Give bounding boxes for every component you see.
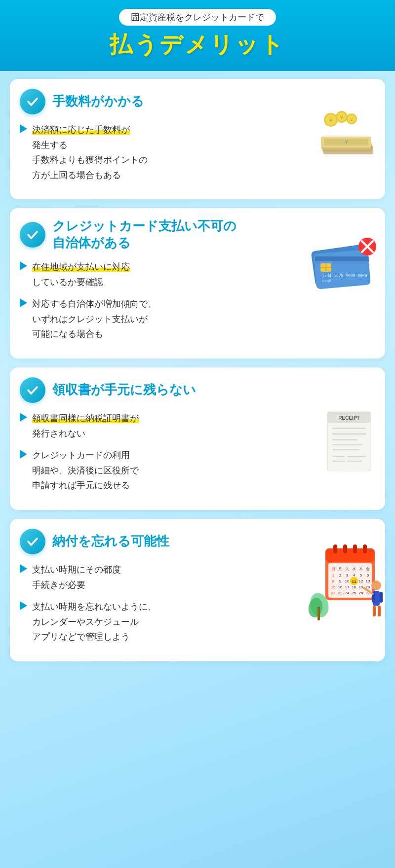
svg-rect-44: [333, 544, 337, 553]
svg-text:4: 4: [353, 573, 356, 578]
header-subtitle: 固定資産税をクレジットカードで: [119, 9, 276, 26]
bullet-nocard-1-text: 在住地域が支払いに対応 しているか要確認: [32, 259, 299, 289]
bullet-nocard-2: 対応する自治体が増加傾向で、 いずれはクレジット支払いが 可能になる場合も: [20, 296, 299, 342]
svg-text:¥: ¥: [329, 117, 333, 123]
svg-rect-20: [315, 256, 369, 261]
bullet-receipt-2-text: クレジットカードの利用 明細や、決済後に区役所で 申請すれば手元に残せる: [32, 448, 311, 493]
svg-text:水: 水: [352, 567, 356, 571]
svg-text:25: 25: [352, 591, 356, 595]
money-illustration: ￥ ¥ ¥ ¥: [316, 106, 379, 165]
svg-text:金: 金: [366, 567, 370, 571]
section-header-receipt: 領収書が手元に残らない: [20, 377, 375, 403]
svg-text:16: 16: [338, 585, 343, 589]
svg-rect-47: [363, 544, 367, 553]
svg-point-80: [371, 580, 381, 590]
page-header: 固定資産税をクレジットカードで 払うデメリット: [0, 0, 395, 71]
bullet-receipt-1: 領収書同様に納税証明書が 発行されない: [20, 411, 311, 441]
svg-text:BANK: BANK: [322, 279, 331, 283]
bullet-receipt-2: クレジットカードの利用 明細や、決済後に区役所で 申請すれば手元に残せる: [20, 448, 311, 493]
section-title-no-card: クレジットカード支払い不可の自治体がある: [52, 218, 237, 252]
bullet-forget-1-text: 支払い時期にその都度 手続きが必要: [32, 562, 291, 592]
bullet-fees-1: 決済額に応じた手数料が 発生する 手数料よりも獲得ポイントの 方が上回る場合もあ…: [20, 122, 304, 182]
bullet-arrow-icon-5: [20, 450, 27, 459]
svg-rect-85: [378, 606, 381, 616]
bullet-receipt-1-text: 領収書同様に納税証明書が 発行されない: [32, 411, 311, 441]
svg-text:日: 日: [331, 567, 335, 571]
svg-rect-41: [317, 607, 320, 620]
bullet-forget-1: 支払い時期にその都度 手続きが必要: [20, 562, 291, 592]
svg-rect-43: [325, 548, 375, 562]
svg-text:1: 1: [332, 573, 335, 578]
svg-text:8: 8: [332, 579, 335, 583]
check-icon-forget: [20, 529, 45, 554]
svg-text:￥: ￥: [344, 140, 349, 145]
bullet-nocard-2-text: 対応する自治体が増加傾向で、 いずれはクレジット支払いが 可能になる場合も: [32, 296, 299, 342]
check-icon-receipt: [20, 377, 45, 403]
svg-rect-45: [343, 544, 347, 553]
svg-text:2: 2: [339, 573, 342, 578]
svg-text:24: 24: [345, 591, 350, 595]
section-fees: 手数料がかかる 決済額に応じた手数料が 発生する 手数料よりも獲得ポイントの 方…: [10, 79, 385, 199]
bullet-nocard-1: 在住地域が支払いに対応 しているか要確認: [20, 259, 299, 289]
section-title-forget: 納付を忘れる可能性: [52, 533, 169, 550]
svg-text:¥: ¥: [340, 115, 343, 120]
bullet-arrow-icon-3: [20, 298, 27, 307]
section-title-receipt: 領収書が手元に残らない: [52, 382, 196, 398]
receipt-illustration: RECEIPT: [320, 409, 378, 478]
svg-text:¥: ¥: [350, 117, 353, 122]
section-forget: 納付を忘れる可能性 支払い時期にその都度 手続きが必要 支払い時期を忘れないよう…: [10, 519, 385, 661]
header-title: 払うデメリット: [10, 30, 385, 60]
bullet-forget-2-text: 支払い時期を忘れないように、 カレンダーやスケジュール アプリなどで管理しよう: [32, 599, 291, 645]
svg-text:月: 月: [338, 567, 342, 571]
svg-rect-83: [380, 592, 383, 603]
svg-text:15: 15: [331, 585, 336, 589]
section-no-card: クレジットカード支払い不可の自治体がある 在住地域が支払いに対応 しているか要確…: [10, 208, 385, 359]
check-icon-fees: [20, 89, 45, 114]
svg-rect-84: [373, 606, 376, 616]
bullet-arrow-icon-6: [20, 564, 27, 573]
card-illustration: 1234 5678 9000 0000 BANK: [308, 238, 381, 296]
bullet-arrow-icon: [20, 124, 27, 133]
svg-text:11: 11: [352, 579, 356, 584]
svg-text:13: 13: [366, 579, 370, 583]
svg-text:3: 3: [346, 573, 349, 578]
svg-text:5: 5: [360, 573, 362, 578]
svg-text:RECEIPT: RECEIPT: [338, 415, 359, 421]
svg-text:26: 26: [359, 591, 363, 595]
svg-text:9: 9: [339, 579, 342, 583]
check-icon-no-card: [20, 222, 45, 248]
svg-text:10: 10: [345, 579, 350, 583]
main-content: 手数料がかかる 決済額に応じた手数料が 発生する 手数料よりも獲得ポイントの 方…: [0, 71, 395, 682]
svg-text:22: 22: [331, 591, 336, 595]
svg-text:12: 12: [359, 579, 363, 583]
svg-text:19: 19: [359, 585, 363, 589]
bullet-arrow-icon-2: [20, 261, 27, 270]
section-title-fees: 手数料がかかる: [52, 93, 144, 110]
bullet-forget-2: 支払い時期を忘れないように、 カレンダーやスケジュール アプリなどで管理しよう: [20, 599, 291, 645]
svg-text:17: 17: [345, 585, 350, 589]
bullet-arrow-icon-7: [20, 601, 27, 610]
bullet-arrow-icon-4: [20, 413, 27, 422]
bullet-fees-1-text: 決済額に応じた手数料が 発生する 手数料よりも獲得ポイントの 方が上回る場合もあ…: [32, 122, 304, 182]
svg-text:1234 5678 9000 0000: 1234 5678 9000 0000: [322, 274, 367, 278]
section-receipt: 領収書が手元に残らない 領収書同様に納税証明書が 発行されない クレジットカード…: [10, 367, 385, 510]
svg-text:18: 18: [352, 585, 356, 589]
svg-text:火: 火: [345, 567, 349, 571]
svg-rect-46: [353, 544, 357, 553]
svg-text:木: 木: [359, 567, 363, 571]
svg-text:23: 23: [338, 591, 343, 595]
svg-text:6: 6: [367, 573, 369, 578]
calendar-illustration: 日 月 火 水 木 金 1 2 3 4 5 6 8 9 10 11 12: [305, 534, 386, 627]
